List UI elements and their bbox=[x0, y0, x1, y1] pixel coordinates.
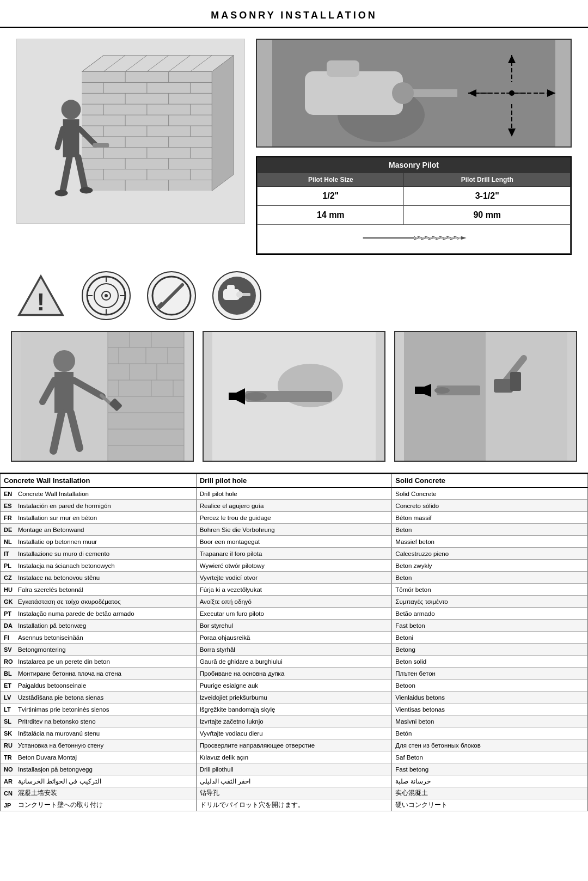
table-row: Borra styrhål bbox=[197, 644, 393, 656]
table-row: Плътен бетон bbox=[392, 668, 588, 680]
translation-text: Εγκατάσταση σε τοίχο σκυροδέματος bbox=[18, 598, 121, 605]
drill-bit-image bbox=[258, 225, 571, 254]
lang-code: PT bbox=[4, 610, 16, 617]
table-row: Drill pilothull bbox=[197, 763, 393, 775]
translation-text: Instalarea pe un perete din beton bbox=[18, 658, 110, 665]
translation-text: Instalación en pared de hormigón bbox=[18, 503, 111, 509]
top-section: Masonry Pilot Pilot Hole Size Pilot Dril… bbox=[0, 28, 588, 266]
translation-text: Montage an Betonwand bbox=[18, 527, 84, 533]
lang-code: JP bbox=[4, 802, 16, 809]
wall-hammer-illustration bbox=[11, 331, 194, 462]
lang-code: CZ bbox=[4, 574, 16, 581]
table-row: Betoon bbox=[392, 680, 588, 692]
table-row: Calcestruzzo pieno bbox=[392, 548, 588, 560]
hammer-concrete-illustration bbox=[394, 331, 577, 462]
table-row: CZInstalace na betonovou stěnu bbox=[1, 572, 197, 584]
translation-text: Betongmontering bbox=[18, 646, 66, 653]
table-row: SVBetongmontering bbox=[1, 644, 197, 656]
table-row: Beton bbox=[392, 524, 588, 536]
svg-rect-59 bbox=[327, 60, 359, 77]
lang-code: AR bbox=[4, 778, 16, 785]
table-row: Bohren Sie die Vorbohrung bbox=[197, 524, 393, 536]
table-row: BLМонтиране бетонна плоча на стена bbox=[1, 668, 197, 680]
table-row: Fast betong bbox=[392, 763, 588, 775]
lang-code: SK bbox=[4, 730, 16, 737]
page-title: MASONRY INSTALLATION bbox=[0, 0, 588, 28]
table-row: Puurige esialgne auk bbox=[197, 680, 393, 692]
table-row: Fúrja ki a vezetőlyukat bbox=[197, 584, 393, 596]
table-row: Для стен из бетонных блоков bbox=[392, 739, 588, 751]
translation-section: Concrete Wall Installation Drill pilot h… bbox=[0, 473, 588, 811]
table-row: Saf Beton bbox=[392, 751, 588, 763]
table-row: RUУстановка на бетонную стену bbox=[1, 739, 197, 751]
lang-code: EN bbox=[4, 491, 16, 497]
lang-code: BL bbox=[4, 670, 16, 677]
table-row: Fast beton bbox=[392, 620, 588, 632]
svg-rect-126 bbox=[404, 331, 486, 462]
bottom-illustrations bbox=[0, 331, 588, 473]
lang-code: SV bbox=[4, 646, 16, 653]
table-row: Vientisas betonas bbox=[392, 703, 588, 715]
table-row: TRBeton Duvara Montaj bbox=[1, 751, 197, 763]
lang-code: DE bbox=[4, 527, 16, 533]
person-wall-svg bbox=[17, 39, 244, 224]
translation-text: Installatie op betonnen muur bbox=[18, 539, 97, 545]
table-row: Συμπαγές τσιμέντο bbox=[392, 596, 588, 608]
lang-code: RU bbox=[4, 742, 16, 749]
translation-text: Installation sur mur en béton bbox=[18, 515, 97, 521]
svg-rect-134 bbox=[510, 372, 521, 391]
svg-point-91 bbox=[236, 291, 243, 298]
table-row: Bor styrehul bbox=[197, 620, 393, 632]
translation-text: Installation på betonvæg bbox=[18, 622, 86, 629]
masonry-table: Masonry Pilot Pilot Hole Size Pilot Dril… bbox=[256, 156, 572, 255]
lang-code: ES bbox=[4, 503, 16, 509]
lang-code: NO bbox=[4, 766, 16, 773]
translation-text: Beton Duvara Montaj bbox=[18, 754, 77, 761]
right-panel: Masonry Pilot Pilot Hole Size Pilot Dril… bbox=[256, 39, 572, 255]
table-row: NOInstallasjon på betongvegg bbox=[1, 763, 197, 775]
svg-point-111 bbox=[53, 350, 75, 372]
table-row: NLInstallatie op betonnen muur bbox=[1, 536, 197, 548]
lang-code: FI bbox=[4, 634, 16, 641]
table-row: ARالتركيب في الحوائط الخرسانية bbox=[1, 775, 197, 787]
table-row: Vienlaidus betons bbox=[392, 692, 588, 703]
lang-code: DA bbox=[4, 622, 16, 629]
table-row: Kılavuz delik açın bbox=[197, 751, 393, 763]
table-row: GKΕγκατάσταση σε τοίχο σκυροδέματος bbox=[1, 596, 197, 608]
table-row: Vyvrtejte vodicí otvor bbox=[197, 572, 393, 584]
table-row: LVUzstādīšana pie betona sienas bbox=[1, 692, 197, 703]
translation-text: Instalacja na ścianach betonowych bbox=[18, 562, 115, 569]
lang-code: TR bbox=[4, 754, 16, 761]
table-row: Masivni beton bbox=[392, 715, 588, 727]
lang-code: IT bbox=[4, 550, 16, 557]
icons-row: ! bbox=[0, 266, 588, 331]
warning-triangle-icon: ! bbox=[16, 271, 65, 320]
table-row: Solid Concrete bbox=[392, 488, 588, 500]
table-row: Drill pilot hole bbox=[197, 488, 393, 500]
lang-code: LV bbox=[4, 694, 16, 701]
table-row: Izvrtajte začetno luknjo bbox=[197, 715, 393, 727]
svg-rect-55 bbox=[93, 143, 109, 148]
table-row: Beton zwykły bbox=[392, 560, 588, 572]
drill-length-imperial: 3-1/2" bbox=[404, 187, 571, 206]
table-row: FIAsennus betoniseinään bbox=[1, 632, 197, 644]
lang-code: GK bbox=[4, 598, 16, 605]
table-row: Executar um furo piloto bbox=[197, 608, 393, 620]
lang-code: SL bbox=[4, 718, 16, 725]
translation-text: Установка на бетонную стену bbox=[18, 742, 103, 749]
table-row: PTInstalação numa parede de betão armado bbox=[1, 608, 197, 620]
table-row: Concreto sólido bbox=[392, 500, 588, 512]
translation-text: Installasjon på betongvegg bbox=[18, 766, 93, 773]
lang-code: RO bbox=[4, 658, 16, 665]
svg-marker-73 bbox=[461, 236, 467, 240]
translation-text: Instalace na betonovou stěnu bbox=[18, 574, 100, 581]
table-row: Béton massif bbox=[392, 512, 588, 524]
svg-rect-72 bbox=[414, 237, 461, 239]
translation-text: Pritrditev na betonsko steno bbox=[18, 718, 96, 725]
translation-text: Falra szerelés betonnál bbox=[18, 586, 83, 593]
screwdriver-icon bbox=[147, 271, 196, 320]
table-row: PLInstalacja na ścianach betonowych bbox=[1, 560, 197, 572]
svg-rect-48 bbox=[63, 119, 79, 157]
table-row: CN混凝土墙安装 bbox=[1, 787, 197, 799]
table-row: ESInstalación en pared de hormigón bbox=[1, 500, 197, 512]
